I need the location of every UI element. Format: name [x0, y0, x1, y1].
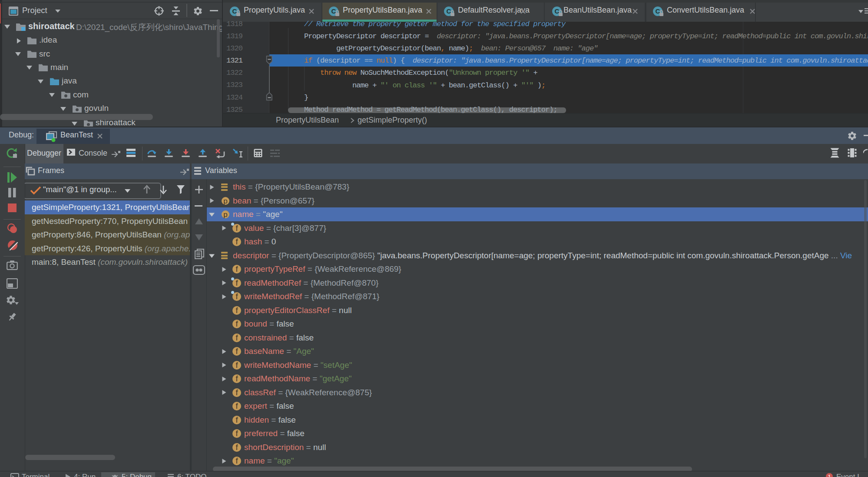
svg-text:C: C — [447, 7, 451, 15]
svg-text:p: p — [223, 197, 227, 205]
svg-text:1: 1 — [828, 474, 831, 477]
svg-text:C: C — [555, 7, 560, 15]
svg-text:C: C — [232, 7, 237, 15]
svg-text:C: C — [331, 7, 336, 15]
svg-text:C: C — [656, 7, 660, 15]
svg-text:p: p — [223, 210, 227, 219]
